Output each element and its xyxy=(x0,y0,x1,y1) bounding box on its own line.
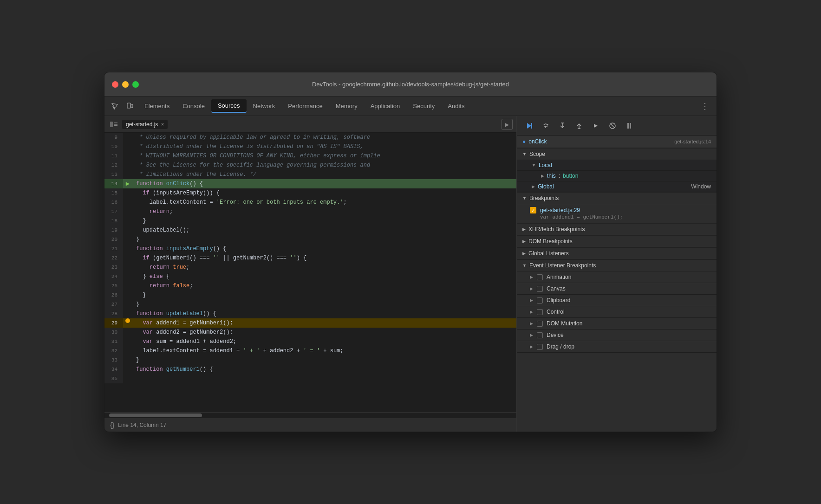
step-out-button[interactable] xyxy=(573,119,586,132)
code-editor[interactable]: 9 * Unless required by applicable law or… xyxy=(104,133,516,412)
canvas-arrow-icon: ▶ xyxy=(530,286,533,291)
device-arrow-icon: ▶ xyxy=(530,333,533,337)
gl-label: Global Listeners xyxy=(528,250,569,257)
device-checkbox[interactable] xyxy=(537,332,543,338)
global-listeners-header[interactable]: ▶ Global Listeners xyxy=(517,247,717,259)
callstack-fn: onClick xyxy=(528,138,547,145)
device-toolbar-icon[interactable] xyxy=(123,100,136,113)
code-line-16: 16 label.textContent = 'Error: one or bo… xyxy=(104,198,516,207)
code-line-18: 18 } xyxy=(104,216,516,226)
code-line-22: 22 if (getNumber1() === '' || getNumber2… xyxy=(104,253,516,263)
dom-mutation-checkbox[interactable] xyxy=(537,321,543,327)
code-line-31: 31 var sum = addend1 + addend2; xyxy=(104,337,516,346)
code-line-30: 30 var addend2 = getNumber2(); xyxy=(104,328,516,337)
tab-memory[interactable]: Memory xyxy=(329,100,364,112)
code-line-10: 10 * distributed under the License is di… xyxy=(104,142,516,151)
canvas-label: Canvas xyxy=(547,285,566,292)
svg-rect-2 xyxy=(110,122,113,127)
drag-drop-checkbox[interactable] xyxy=(537,344,543,350)
el-item-drag-drop[interactable]: ▶ Drag / drop xyxy=(517,341,717,353)
resume-button[interactable] xyxy=(522,119,535,132)
breakpoint-file: get-started.js:29 xyxy=(540,207,580,213)
pause-on-exceptions-button[interactable] xyxy=(623,119,636,132)
sources-toolbar: get-started.js × ▶ xyxy=(104,116,516,133)
tab-audits[interactable]: Audits xyxy=(441,100,471,112)
tab-console[interactable]: Console xyxy=(176,100,211,112)
svg-rect-11 xyxy=(627,123,629,129)
tab-security[interactable]: Security xyxy=(406,100,441,112)
step-into-button[interactable] xyxy=(556,119,569,132)
step-button[interactable] xyxy=(589,119,602,132)
clipboard-checkbox[interactable] xyxy=(537,297,543,304)
devtools-tab-bar: Elements Console Sources Network Perform… xyxy=(104,97,717,116)
right-panel: ● onClick get-started.js:14 ▼ Scope ▼ Lo… xyxy=(517,116,717,432)
local-triangle-icon: ▼ xyxy=(532,163,536,168)
el-item-dom-mutation[interactable]: ▶ DOM Mutation xyxy=(517,318,717,330)
horizontal-scrollbar[interactable] xyxy=(104,412,516,418)
el-item-animation[interactable]: ▶ Animation xyxy=(517,271,717,283)
xhr-breakpoints-header[interactable]: ▶ XHR/fetch Breakpoints xyxy=(517,223,717,235)
svg-rect-12 xyxy=(630,123,631,129)
breakpoints-section-header[interactable]: ▼ Breakpoints xyxy=(517,192,717,204)
maximize-button[interactable] xyxy=(132,81,139,88)
animation-arrow-icon: ▶ xyxy=(530,275,533,279)
control-checkbox[interactable] xyxy=(537,309,543,315)
el-item-clipboard[interactable]: ▶ Clipboard xyxy=(517,295,717,306)
format-indicator-icon[interactable]: {} xyxy=(110,421,114,429)
dom-mutation-arrow-icon: ▶ xyxy=(530,321,533,326)
dom-breakpoints-header[interactable]: ▶ DOM Breakpoints xyxy=(517,235,717,247)
scope-local-header[interactable]: ▼ Local xyxy=(517,160,717,171)
control-label: Control xyxy=(547,309,565,315)
more-tabs-button[interactable]: ⋮ xyxy=(697,101,713,111)
step-over-button[interactable] xyxy=(539,119,552,132)
code-line-27: 27 } xyxy=(104,300,516,309)
breakpoint-checkbox[interactable]: ✓ xyxy=(530,207,536,213)
deactivate-breakpoints-button[interactable] xyxy=(606,119,619,132)
code-line-29: 29 var addend1 = getNumber1(); xyxy=(104,318,516,328)
drag-drop-label: Drag / drop xyxy=(547,343,574,350)
svg-marker-6 xyxy=(527,123,531,129)
el-item-control[interactable]: ▶ Control xyxy=(517,306,717,318)
tab-sources[interactable]: Sources xyxy=(211,99,247,113)
right-sections: ● onClick get-started.js:14 ▼ Scope ▼ Lo… xyxy=(517,136,717,432)
main-content: get-started.js × ▶ 9 * Unless required b… xyxy=(104,116,717,432)
breakpoint-item-29: ✓ get-started.js:29 var addend1 = getNum… xyxy=(517,204,717,223)
clipboard-arrow-icon: ▶ xyxy=(530,298,533,303)
dom-mutation-label: DOM Mutation xyxy=(547,320,582,327)
file-tab-name: get-started.js xyxy=(126,121,158,128)
titlebar: DevTools - googlechrome.github.io/devtoo… xyxy=(104,72,717,97)
inspect-element-icon[interactable] xyxy=(108,100,121,113)
scrollbar-thumb[interactable] xyxy=(109,414,202,417)
device-label: Device xyxy=(547,332,564,338)
file-tab-close-button[interactable]: × xyxy=(161,121,164,128)
code-line-19: 19 updateLabel(); xyxy=(104,226,516,235)
tab-network[interactable]: Network xyxy=(247,100,282,112)
svg-rect-3 xyxy=(114,123,117,123)
el-item-device[interactable]: ▶ Device xyxy=(517,330,717,341)
minimize-button[interactable] xyxy=(122,81,129,88)
animation-checkbox[interactable] xyxy=(537,274,543,280)
drag-drop-arrow-icon: ▶ xyxy=(530,344,533,349)
code-line-14: 14 ▶ function onClick() { xyxy=(104,179,516,188)
close-button[interactable] xyxy=(112,81,118,88)
el-item-canvas[interactable]: ▶ Canvas xyxy=(517,283,717,295)
code-line-20: 20 } xyxy=(104,235,516,244)
tab-performance[interactable]: Performance xyxy=(281,100,329,112)
tab-elements[interactable]: Elements xyxy=(138,100,176,112)
scope-section-header[interactable]: ▼ Scope xyxy=(517,148,717,160)
svg-line-10 xyxy=(611,124,614,128)
scope-global-item[interactable]: ▶ Global Window xyxy=(517,181,717,192)
code-line-35: 35 xyxy=(104,374,516,383)
code-line-12: 12 * See the License for the specific la… xyxy=(104,161,516,170)
event-listener-bp-header[interactable]: ▼ Event Listener Breakpoints xyxy=(517,259,717,271)
code-line-13: 13 * limitations under the License. */ xyxy=(104,170,516,179)
file-tab-get-started[interactable]: get-started.js × xyxy=(122,120,168,129)
toggle-sidebar-icon[interactable] xyxy=(108,119,119,130)
format-button[interactable]: ▶ xyxy=(502,119,513,130)
scope-label: Scope xyxy=(529,151,545,157)
tab-application[interactable]: Application xyxy=(364,100,407,112)
canvas-checkbox[interactable] xyxy=(537,286,543,292)
breakpoints-triangle-icon: ▼ xyxy=(522,196,527,200)
breakpoints-section: ✓ get-started.js:29 var addend1 = getNum… xyxy=(517,204,717,223)
code-line-26: 26 } xyxy=(104,291,516,300)
